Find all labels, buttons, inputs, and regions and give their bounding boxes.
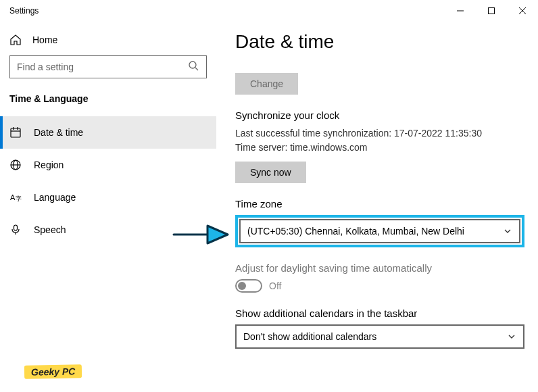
dst-toggle-state: Off: [269, 280, 281, 291]
watermark: Geeky PC: [24, 364, 82, 378]
svg-line-5: [195, 68, 198, 70]
home-nav[interactable]: Home: [0, 28, 216, 55]
svg-text:字: 字: [16, 195, 22, 202]
time-server-text: Time server: time.windows.com: [235, 141, 524, 155]
app-title: Settings: [9, 6, 39, 16]
sidebar-item-language[interactable]: A字 Language: [0, 181, 216, 214]
title-bar: Settings: [0, 0, 538, 22]
globe-icon: [9, 159, 22, 171]
minimize-button[interactable]: [445, 0, 476, 22]
last-sync-text: Last successful time synchronization: 17…: [235, 126, 524, 141]
additional-calendars-value: Don't show additional calendars: [243, 331, 376, 342]
chevron-down-icon: [503, 226, 512, 238]
sidebar: Home Time & Language Date & time Region: [0, 22, 216, 392]
page-title: Date & time: [235, 31, 524, 53]
chevron-down-icon: [507, 332, 516, 343]
close-icon: [519, 7, 526, 14]
home-label: Home: [32, 34, 57, 45]
additional-calendars-select[interactable]: Don't show additional calendars: [235, 324, 524, 349]
search-wrapper: [9, 55, 207, 78]
svg-text:A: A: [10, 193, 16, 201]
sidebar-item-label: Date & time: [34, 127, 83, 138]
svg-rect-1: [489, 8, 495, 14]
svg-rect-15: [14, 225, 18, 230]
date-time-icon: [9, 126, 22, 139]
dst-heading: Adjust for daylight saving time automati…: [235, 262, 524, 274]
microphone-icon: [9, 224, 22, 236]
maximize-icon: [488, 7, 495, 14]
timezone-select[interactable]: (UTC+05:30) Chennai, Kolkata, Mumbai, Ne…: [239, 219, 520, 243]
sidebar-item-label: Region: [34, 160, 64, 170]
sidebar-item-label: Speech: [34, 224, 66, 235]
svg-point-4: [189, 62, 196, 68]
content-pane: Date & time Change Synchronize your cloc…: [216, 22, 538, 392]
language-icon: A字: [9, 191, 22, 203]
search-input[interactable]: [9, 55, 207, 78]
sidebar-item-date-time[interactable]: Date & time: [0, 116, 216, 149]
sync-now-button[interactable]: Sync now: [235, 162, 306, 183]
timezone-value: (UTC+05:30) Chennai, Kolkata, Mumbai, Ne…: [247, 226, 464, 237]
sidebar-section-title: Time & Language: [0, 91, 216, 116]
svg-rect-6: [11, 128, 20, 137]
minimize-icon: [457, 7, 464, 14]
sidebar-item-region[interactable]: Region: [0, 149, 216, 181]
search-icon: [188, 60, 200, 75]
additional-calendars-heading: Show additional calendars in the taskbar: [235, 308, 524, 319]
change-button[interactable]: Change: [235, 73, 298, 95]
home-icon: [9, 34, 22, 46]
close-button[interactable]: [507, 0, 538, 22]
dst-toggle[interactable]: [235, 279, 262, 293]
timezone-heading: Time zone: [235, 198, 524, 210]
title-bar-left: Settings: [9, 6, 39, 16]
sidebar-item-label: Language: [34, 192, 76, 203]
sync-heading: Synchronize your clock: [235, 109, 524, 121]
window-controls: [445, 0, 538, 22]
maximize-button[interactable]: [476, 0, 507, 22]
arrow-annotation-icon: [170, 218, 231, 251]
timezone-highlight-annotation: (UTC+05:30) Chennai, Kolkata, Mumbai, Ne…: [235, 215, 524, 247]
dst-toggle-row: Off: [235, 279, 524, 293]
